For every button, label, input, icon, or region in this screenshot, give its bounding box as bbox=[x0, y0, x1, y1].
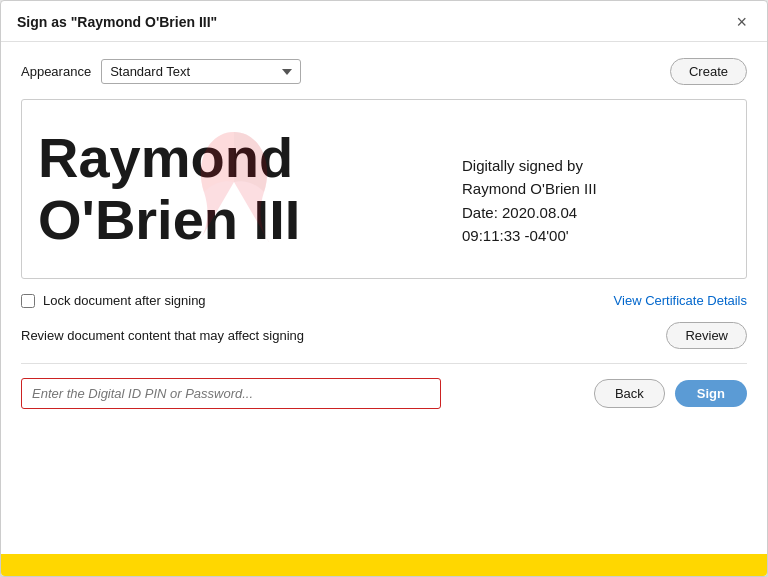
dialog-body: Appearance Standard Text Custom Create R… bbox=[1, 42, 767, 554]
create-button[interactable]: Create bbox=[670, 58, 747, 85]
dialog-title: Sign as "Raymond O'Brien III" bbox=[17, 14, 217, 30]
bottom-buttons: Back Sign bbox=[594, 379, 747, 408]
review-label: Review document content that may affect … bbox=[21, 328, 304, 343]
back-button[interactable]: Back bbox=[594, 379, 665, 408]
appearance-select[interactable]: Standard Text Custom bbox=[101, 59, 301, 84]
signature-info-area: Digitally signed byRaymond O'Brien IIIDa… bbox=[446, 100, 746, 278]
lock-checkbox[interactable] bbox=[21, 294, 35, 308]
signature-name-area: Raymond O'Brien III bbox=[22, 100, 446, 278]
signature-name-text: Raymond O'Brien III bbox=[38, 127, 300, 250]
appearance-left: Appearance Standard Text Custom bbox=[21, 59, 301, 84]
view-certificate-link[interactable]: View Certificate Details bbox=[614, 293, 747, 308]
sig-info-line1: Digitally signed byRaymond O'Brien IIIDa… bbox=[462, 157, 597, 244]
signature-info-text: Digitally signed byRaymond O'Brien IIIDa… bbox=[462, 131, 597, 247]
sign-button[interactable]: Sign bbox=[675, 380, 747, 407]
review-row: Review document content that may affect … bbox=[21, 322, 747, 364]
yellow-bar bbox=[1, 554, 767, 576]
lock-label: Lock document after signing bbox=[43, 293, 206, 308]
review-button[interactable]: Review bbox=[666, 322, 747, 349]
sig-name-line2: O'Brien III bbox=[38, 188, 300, 251]
signature-preview: Raymond O'Brien III Digitally signed byR… bbox=[21, 99, 747, 279]
dialog-titlebar: Sign as "Raymond O'Brien III" × bbox=[1, 1, 767, 42]
sign-dialog: Sign as "Raymond O'Brien III" × Appearan… bbox=[0, 0, 768, 577]
pin-row: Back Sign bbox=[21, 378, 747, 409]
appearance-row: Appearance Standard Text Custom Create bbox=[21, 58, 747, 85]
lock-row: Lock document after signing View Certifi… bbox=[21, 293, 747, 308]
pin-input[interactable] bbox=[21, 378, 441, 409]
lock-left: Lock document after signing bbox=[21, 293, 206, 308]
appearance-label: Appearance bbox=[21, 64, 91, 79]
sig-name-line1: Raymond bbox=[38, 126, 293, 189]
close-button[interactable]: × bbox=[732, 13, 751, 31]
